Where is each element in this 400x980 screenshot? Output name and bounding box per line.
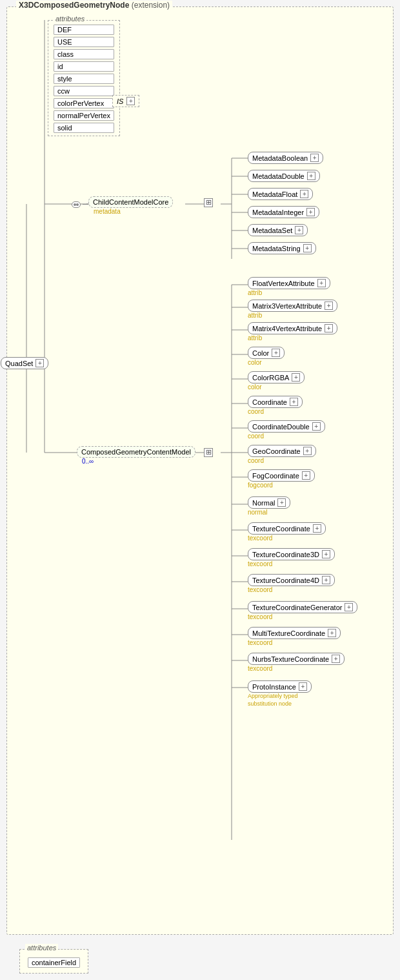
color-rgba-node[interactable]: ColorRGBA + — [248, 371, 305, 383]
geo-coordinate-node[interactable]: GeoCoordinate + — [248, 445, 316, 457]
metadata-float-label: MetadataFloat — [252, 190, 297, 198]
texture-coordinate-generator-expand[interactable]: + — [345, 603, 353, 611]
composed-geometry-expand[interactable]: ⊞ — [204, 447, 213, 457]
metadata-double-expand[interactable]: + — [307, 172, 315, 180]
metadata-string-node[interactable]: MetadataString + — [248, 242, 316, 254]
coordinate-double-row: CoordinateDouble + coord — [248, 420, 325, 440]
texture-coordinate-4d-node[interactable]: TextureCoordinate4D + — [248, 574, 335, 586]
color-node[interactable]: Color + — [248, 347, 285, 359]
metadata-boolean-node[interactable]: MetadataBoolean + — [248, 152, 323, 164]
metadata-integer-expand[interactable]: + — [306, 208, 315, 216]
texture-coordinate-4d-expand[interactable]: + — [322, 576, 330, 584]
coordinate-sublabel: coord — [248, 408, 303, 415]
child-content-model-node[interactable]: ChildContentModelCore — [88, 196, 173, 208]
metadata-integer-node[interactable]: MetadataInteger + — [248, 206, 319, 218]
fog-coordinate-expand[interactable]: + — [302, 471, 310, 480]
texture-coordinate-3d-sublabel: texcoord — [248, 560, 335, 567]
color-rgba-label: ColorRGBA — [252, 374, 289, 382]
float-vertex-node[interactable]: FloatVertexAttribute + — [248, 277, 330, 289]
multi-texture-coordinate-expand[interactable]: + — [328, 629, 336, 637]
attr-colorPerVertex: colorPerVertex — [54, 98, 114, 108]
quadset-node[interactable]: QuadSet + — [1, 357, 48, 369]
normal-label: Normal — [252, 499, 275, 507]
metadata-double-node[interactable]: MetadataDouble + — [248, 170, 320, 182]
normal-node[interactable]: Normal + — [248, 496, 290, 509]
multi-texture-coordinate-node[interactable]: MultiTextureCoordinate + — [248, 627, 341, 639]
texture-coordinate-3d-node[interactable]: TextureCoordinate3D + — [248, 548, 335, 560]
nurbs-texture-coordinate-node[interactable]: NurbsTextureCoordinate + — [248, 653, 345, 665]
normal-expand[interactable]: + — [277, 498, 286, 507]
metadata-integer-row: MetadataInteger + — [248, 206, 319, 218]
child-content-model-label: ChildContentModelCore — [93, 198, 168, 206]
attr-ccw: ccw — [54, 86, 114, 96]
metadata-boolean-expand[interactable]: + — [310, 154, 319, 162]
color-sublabel: color — [248, 359, 285, 366]
child-content-expand[interactable]: ⊞ — [204, 198, 213, 207]
proto-instance-node[interactable]: ProtoInstance + — [248, 680, 312, 693]
proto-instance-sublabel: Appropriately typedsubstitution node — [248, 693, 312, 708]
composed-geometry-node[interactable]: ComposedGeometryContentModel — [77, 446, 195, 458]
metadata-float-expand[interactable]: + — [300, 190, 308, 198]
float-vertex-sublabel: attrib — [248, 289, 330, 296]
float-vertex-row: FloatVertexAttribute + attrib — [248, 277, 330, 296]
matrix3-vertex-node[interactable]: Matrix3VertexAttribute + — [248, 300, 337, 312]
color-expand[interactable]: + — [272, 349, 280, 357]
child-content-model-section: ChildContentModelCore metadata — [88, 196, 173, 215]
matrix4-vertex-row: Matrix4VertexAttribute + attrib — [248, 322, 337, 342]
main-title: X3DComposedGeometryNode (extension) — [16, 1, 172, 10]
geo-coordinate-label: GeoCoordinate — [252, 447, 301, 455]
color-rgba-sublabel: color — [248, 383, 305, 391]
multi-texture-coordinate-sublabel: texcoord — [248, 639, 341, 646]
metadata-integer-label: MetadataInteger — [252, 209, 304, 216]
float-vertex-expand[interactable]: + — [317, 279, 326, 287]
attr-class: class — [54, 49, 114, 59]
metadata-set-node[interactable]: MetadataSet + — [248, 224, 308, 236]
proto-instance-expand[interactable]: + — [299, 682, 307, 691]
is-section: IS + — [112, 95, 139, 107]
color-rgba-expand[interactable]: + — [292, 373, 300, 382]
child-content-model-sublabel: metadata — [94, 208, 121, 215]
normal-sublabel: normal — [248, 509, 290, 516]
coordinate-double-label: CoordinateDouble — [252, 423, 310, 431]
coordinate-double-expand[interactable]: + — [312, 422, 321, 431]
metadata-string-label: MetadataString — [252, 245, 301, 252]
coordinate-expand[interactable]: + — [290, 398, 298, 406]
metadata-string-expand[interactable]: + — [303, 244, 312, 252]
bottom-attr-containerField: containerField — [28, 957, 80, 968]
composed-geometry-section: ComposedGeometryContentModel 0..∞ — [77, 446, 195, 465]
fog-coordinate-node[interactable]: FogCoordinate + — [248, 469, 315, 482]
main-title-suffix: (extension) — [132, 1, 170, 10]
page: X3DComposedGeometryNode (extension) — [0, 0, 400, 980]
geo-coordinate-sublabel: coord — [248, 457, 316, 464]
texture-coordinate-expand[interactable]: + — [313, 524, 321, 533]
attr-style: style — [54, 74, 114, 84]
texture-coordinate-3d-expand[interactable]: + — [322, 550, 330, 558]
coordinate-node[interactable]: Coordinate + — [248, 396, 303, 408]
geo-coordinate-row: GeoCoordinate + coord — [248, 445, 316, 464]
metadata-set-label: MetadataSet — [252, 227, 292, 234]
metadata-set-expand[interactable]: + — [295, 226, 303, 234]
attributes-box: attributes DEF USE class id style ccw co… — [48, 20, 120, 136]
matrix3-vertex-expand[interactable]: + — [325, 301, 333, 310]
texture-coordinate-generator-node[interactable]: TextureCoordinateGenerator + — [248, 601, 357, 613]
is-expand-icon[interactable]: + — [126, 97, 135, 105]
texture-coordinate-node[interactable]: TextureCoordinate + — [248, 522, 326, 535]
texture-coordinate-sublabel: texcoord — [248, 535, 326, 542]
coordinate-row: Coordinate + coord — [248, 396, 303, 415]
matrix3-vertex-label: Matrix3VertexAttribute — [252, 302, 322, 310]
geo-coordinate-expand[interactable]: + — [303, 447, 312, 455]
matrix3-vertex-row: Matrix3VertexAttribute + attrib — [248, 300, 337, 319]
texture-coordinate-4d-row: TextureCoordinate4D + texcoord — [248, 574, 335, 593]
coordinate-double-node[interactable]: CoordinateDouble + — [248, 420, 325, 433]
coordinate-double-sublabel: coord — [248, 433, 325, 440]
metadata-float-node[interactable]: MetadataFloat + — [248, 188, 313, 200]
color-label: Color — [252, 349, 269, 357]
nurbs-texture-coordinate-label: NurbsTextureCoordinate — [252, 655, 329, 663]
is-label: IS — [117, 97, 123, 105]
attributes-label: attributes — [54, 15, 86, 23]
nurbs-texture-coordinate-expand[interactable]: + — [332, 655, 340, 663]
matrix4-vertex-expand[interactable]: + — [325, 324, 333, 332]
quadset-expand-icon[interactable]: + — [35, 359, 44, 367]
matrix4-vertex-node[interactable]: Matrix4VertexAttribute + — [248, 322, 337, 334]
nurbs-texture-coordinate-sublabel: texcoord — [248, 665, 345, 672]
